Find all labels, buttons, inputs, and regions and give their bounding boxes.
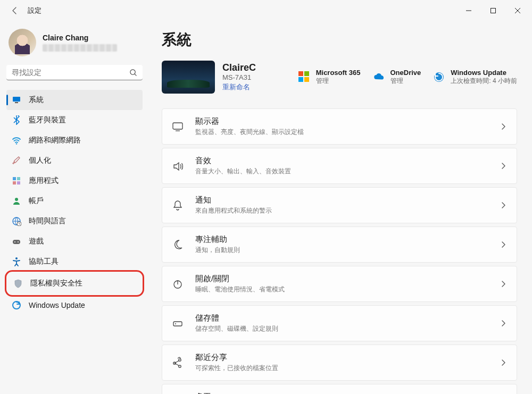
status-card-ms365[interactable]: Microsoft 365管理 xyxy=(298,69,361,86)
setting-desc: 音量大小、輸出、輸入、音效裝置 xyxy=(195,167,500,176)
accessibility-icon xyxy=(12,257,21,266)
sidebar-item-game[interactable]: 遊戲 xyxy=(6,231,143,252)
setting-desc: 可探索性，已接收的檔案位置 xyxy=(195,364,500,373)
winupdate-icon xyxy=(433,71,445,83)
chevron-right-icon xyxy=(500,202,507,209)
setting-desc: 通知，自動規則 xyxy=(195,246,500,255)
setting-desc: 儲存空間、磁碟機、設定規則 xyxy=(195,324,500,333)
chevron-right-icon xyxy=(500,123,507,130)
brush-icon xyxy=(12,156,21,165)
status-title: OneDrive xyxy=(390,69,421,77)
sidebar-item-monitor[interactable]: 系統 xyxy=(6,90,143,110)
bluetooth-icon xyxy=(12,115,21,125)
setting-title: 鄰近分享 xyxy=(195,353,500,363)
maximize-button[interactable] xyxy=(481,2,505,19)
content: 系統 ClaireC MS-7A31 重新命名 Microsoft 365管理O… xyxy=(149,21,532,394)
status-title: Microsoft 365 xyxy=(316,69,361,77)
back-button[interactable] xyxy=(6,2,23,19)
setting-item-multitask[interactable]: 多工貼齊視窗、桌面、工作切換 xyxy=(162,384,517,394)
sidebar-item-label: 應用程式 xyxy=(29,176,59,186)
sidebar-item-label: Windows Update xyxy=(29,301,85,309)
sidebar-item-label: 協助工具 xyxy=(29,257,59,266)
sidebar-item-label: 藍牙與裝置 xyxy=(29,115,66,125)
apps-icon xyxy=(12,176,21,186)
chevron-right-icon xyxy=(500,241,507,248)
sidebar-item-bluetooth[interactable]: 藍牙與裝置 xyxy=(6,110,143,130)
sidebar-item-apps[interactable]: 應用程式 xyxy=(6,171,143,191)
sidebar-item-shield[interactable]: 隱私權與安全性 xyxy=(8,273,141,294)
user-name: Claire Chang xyxy=(43,33,117,42)
setting-title: 專注輔助 xyxy=(195,234,500,245)
sidebar-item-account[interactable]: 帳戶 xyxy=(6,191,143,211)
device-thumbnail[interactable] xyxy=(162,61,215,94)
setting-desc: 睡眠、電池使用情況、省電模式 xyxy=(195,285,500,294)
globe-clock-icon xyxy=(12,216,21,226)
status-title: Windows Update xyxy=(451,69,517,77)
page-title: 系統 xyxy=(162,30,517,50)
setting-item-share[interactable]: 鄰近分享可探索性，已接收的檔案位置 xyxy=(162,345,517,381)
setting-title: 音效 xyxy=(195,156,500,166)
status-sub: 管理 xyxy=(316,77,361,86)
wifi-icon xyxy=(12,136,21,145)
chevron-right-icon xyxy=(500,280,507,288)
svg-line-3 xyxy=(135,74,136,76)
setting-desc: 來自應用程式和系統的警示 xyxy=(195,206,500,215)
bell-icon xyxy=(171,198,185,212)
account-icon xyxy=(12,196,21,206)
setting-desc: 監視器、亮度、夜間光線、顯示設定檔 xyxy=(195,128,500,137)
status-sub: 上次檢查時間: 4 小時前 xyxy=(451,77,517,86)
sidebar-item-label: 時間與語言 xyxy=(29,216,66,226)
setting-title: 顯示器 xyxy=(195,116,500,127)
setting-title: 儲存體 xyxy=(195,313,500,323)
minimize-button[interactable] xyxy=(456,2,481,19)
setting-title: 開啟/關閉 xyxy=(195,274,500,284)
setting-item-display[interactable]: 顯示器監視器、亮度、夜間光線、顯示設定檔 xyxy=(162,108,517,145)
user-email xyxy=(43,44,117,52)
setting-item-moon[interactable]: 專注輔助通知，自動規則 xyxy=(162,227,517,263)
chevron-right-icon xyxy=(500,320,507,327)
settings-list: 顯示器監視器、亮度、夜間光線、顯示設定檔音效音量大小、輸出、輸入、音效裝置通知來… xyxy=(162,108,517,394)
setting-title: 通知 xyxy=(195,195,500,205)
sidebar-item-label: 遊戲 xyxy=(29,237,44,246)
setting-item-power[interactable]: 開啟/關閉睡眠、電池使用情況、省電模式 xyxy=(162,266,517,302)
sidebar-item-label: 隱私權與安全性 xyxy=(30,279,82,288)
sidebar-item-label: 網路和網際網路 xyxy=(29,136,81,145)
avatar xyxy=(9,29,36,56)
device-name: ClaireC xyxy=(222,62,256,73)
search-input[interactable] xyxy=(12,68,129,77)
nav-list: 系統藍牙與裝置網路和網際網路個人化應用程式帳戶時間與語言遊戲協助工具隱私權與安全… xyxy=(6,90,143,315)
monitor-icon xyxy=(12,95,21,105)
sidebar-item-wifi[interactable]: 網路和網際網路 xyxy=(6,130,143,150)
power-icon xyxy=(171,277,185,291)
highlight-annotation: 隱私權與安全性 xyxy=(5,270,144,297)
status-sub: 管理 xyxy=(390,77,421,86)
search-icon xyxy=(129,69,137,77)
sidebar-item-brush[interactable]: 個人化 xyxy=(6,150,143,171)
rename-link[interactable]: 重新命名 xyxy=(222,82,250,92)
user-card[interactable]: Claire Chang xyxy=(6,27,143,65)
device-row: ClaireC MS-7A31 重新命名 Microsoft 365管理OneD… xyxy=(162,61,517,94)
sidebar-item-update[interactable]: Windows Update xyxy=(6,295,143,315)
sound-icon xyxy=(171,159,185,173)
sidebar-item-label: 帳戶 xyxy=(29,196,44,206)
chevron-right-icon xyxy=(500,359,507,366)
moon-icon xyxy=(171,238,185,252)
svg-point-2 xyxy=(130,69,135,74)
setting-item-sound[interactable]: 音效音量大小、輸出、輸入、音效裝置 xyxy=(162,148,517,184)
svg-rect-1 xyxy=(491,9,496,13)
status-card-onedrive[interactable]: OneDrive管理 xyxy=(372,69,421,86)
status-card-winupdate[interactable]: Windows Update上次檢查時間: 4 小時前 xyxy=(433,69,517,86)
search-box[interactable] xyxy=(6,65,143,80)
game-icon xyxy=(12,237,21,246)
device-model: MS-7A31 xyxy=(222,73,256,81)
setting-item-storage[interactable]: 儲存體儲存空間、磁碟機、設定規則 xyxy=(162,305,517,341)
sidebar-item-accessibility[interactable]: 協助工具 xyxy=(6,252,143,272)
titlebar: 設定 xyxy=(0,0,532,21)
sidebar-item-globe-clock[interactable]: 時間與語言 xyxy=(6,211,143,231)
storage-icon xyxy=(171,316,185,330)
setting-item-bell[interactable]: 通知來自應用程式和系統的警示 xyxy=(162,187,517,223)
onedrive-icon xyxy=(372,71,385,83)
close-button[interactable] xyxy=(505,2,530,19)
ms365-icon xyxy=(298,71,311,83)
window-title: 設定 xyxy=(28,6,41,15)
